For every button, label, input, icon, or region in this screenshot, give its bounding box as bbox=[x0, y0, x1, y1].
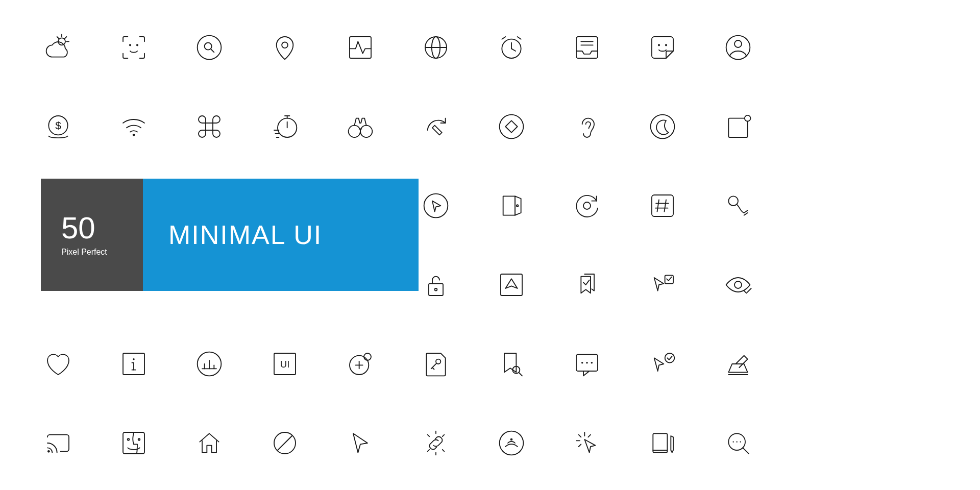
search-more-icon bbox=[721, 424, 755, 462]
svg-line-50 bbox=[665, 200, 667, 211]
svg-point-26 bbox=[734, 40, 742, 47]
svg-point-89 bbox=[47, 450, 50, 453]
svg-rect-56 bbox=[501, 274, 522, 296]
svg-text:UI: UI bbox=[280, 359, 290, 370]
svg-line-49 bbox=[657, 200, 659, 211]
send-icon bbox=[494, 265, 529, 304]
svg-line-113 bbox=[743, 448, 749, 454]
svg-line-78 bbox=[431, 363, 437, 369]
stopwatch-icon bbox=[267, 107, 302, 145]
svg-line-100 bbox=[428, 449, 430, 451]
svg-point-43 bbox=[424, 193, 448, 217]
chart-circle-icon bbox=[192, 345, 227, 383]
svg-point-116 bbox=[740, 441, 741, 442]
svg-marker-95 bbox=[353, 433, 368, 452]
scanner-icon bbox=[721, 345, 755, 383]
svg-point-102 bbox=[500, 431, 524, 455]
tag-icon bbox=[494, 107, 529, 145]
svg-marker-104 bbox=[584, 439, 595, 453]
edit-redo-icon bbox=[419, 107, 453, 145]
link-click-icon bbox=[419, 424, 453, 462]
ear-icon bbox=[570, 107, 604, 145]
svg-point-38 bbox=[360, 125, 372, 137]
svg-point-92 bbox=[138, 438, 140, 440]
svg-line-18 bbox=[502, 37, 505, 39]
svg-point-114 bbox=[733, 441, 734, 442]
coin-dollar-icon: $ bbox=[41, 107, 76, 145]
weather-icon bbox=[41, 28, 76, 66]
svg-line-97 bbox=[428, 434, 430, 436]
svg-line-94 bbox=[278, 436, 292, 450]
svg-point-7 bbox=[198, 35, 222, 59]
svg-point-103 bbox=[510, 438, 513, 440]
svg-line-79 bbox=[432, 368, 434, 370]
block-icon bbox=[267, 424, 302, 462]
wifi-icon bbox=[116, 107, 151, 145]
info-icon bbox=[116, 345, 151, 383]
location-pin-icon bbox=[267, 28, 302, 66]
globe-icon bbox=[419, 28, 453, 66]
notebook-pencil-icon bbox=[645, 424, 680, 462]
svg-line-4 bbox=[57, 37, 59, 39]
activity-icon bbox=[343, 28, 378, 66]
svg-point-46 bbox=[517, 205, 519, 207]
cursor-select-icon bbox=[645, 265, 680, 304]
svg-point-37 bbox=[349, 125, 360, 137]
inbox-icon bbox=[570, 28, 604, 66]
svg-point-55 bbox=[435, 288, 437, 291]
svg-point-60 bbox=[734, 281, 742, 288]
svg-line-19 bbox=[518, 37, 521, 39]
badge-subtitle: Pixel Perfect bbox=[61, 248, 143, 257]
bookmarks-icon bbox=[570, 265, 604, 304]
home-icon bbox=[192, 424, 227, 462]
svg-line-81 bbox=[519, 373, 522, 376]
sticker-smile-icon bbox=[645, 28, 680, 66]
svg-point-41 bbox=[651, 114, 675, 138]
clock-icon bbox=[494, 28, 529, 66]
svg-point-23 bbox=[658, 44, 659, 45]
svg-text:$: $ bbox=[55, 119, 61, 131]
title-badge: 50 Pixel Perfect MINIMAL UI bbox=[41, 179, 419, 291]
user-circle-icon bbox=[721, 28, 755, 66]
svg-line-101 bbox=[443, 449, 445, 451]
command-icon bbox=[192, 107, 227, 145]
cursor-click-icon bbox=[570, 424, 604, 462]
refresh-search-icon bbox=[570, 186, 604, 225]
badge-title-panel: MINIMAL UI bbox=[143, 179, 419, 291]
svg-point-47 bbox=[583, 202, 591, 209]
svg-rect-110 bbox=[653, 433, 667, 452]
svg-line-3 bbox=[65, 37, 67, 39]
svg-point-5 bbox=[130, 44, 131, 45]
binoculars-icon bbox=[343, 107, 378, 145]
svg-rect-45 bbox=[503, 196, 515, 215]
svg-line-9 bbox=[211, 49, 214, 52]
svg-point-42 bbox=[745, 115, 751, 121]
svg-point-85 bbox=[591, 361, 593, 363]
svg-rect-48 bbox=[652, 195, 673, 216]
svg-rect-20 bbox=[576, 37, 598, 58]
svg-point-29 bbox=[133, 134, 135, 136]
door-exit-icon bbox=[494, 186, 529, 225]
svg-line-98 bbox=[443, 434, 445, 436]
svg-line-17 bbox=[511, 48, 516, 51]
cast-icon bbox=[41, 424, 76, 462]
unlock-icon bbox=[419, 265, 453, 304]
svg-point-84 bbox=[586, 361, 588, 363]
ui-box-icon: UI bbox=[267, 345, 302, 383]
svg-marker-57 bbox=[505, 279, 517, 288]
finder-icon bbox=[116, 424, 151, 462]
hashtag-icon bbox=[645, 186, 680, 225]
key-note-icon bbox=[419, 345, 453, 383]
svg-point-6 bbox=[137, 44, 138, 45]
svg-point-8 bbox=[205, 42, 212, 50]
svg-point-76 bbox=[364, 353, 371, 360]
cursor-verified-icon bbox=[645, 345, 680, 383]
svg-point-91 bbox=[128, 438, 130, 440]
cursor-icon bbox=[343, 424, 378, 462]
face-id-icon bbox=[116, 28, 151, 66]
icon-count: 50 bbox=[61, 213, 143, 243]
svg-point-10 bbox=[282, 42, 288, 48]
search-circle-icon bbox=[192, 28, 227, 66]
svg-line-109 bbox=[579, 444, 581, 447]
svg-point-40 bbox=[500, 114, 524, 138]
